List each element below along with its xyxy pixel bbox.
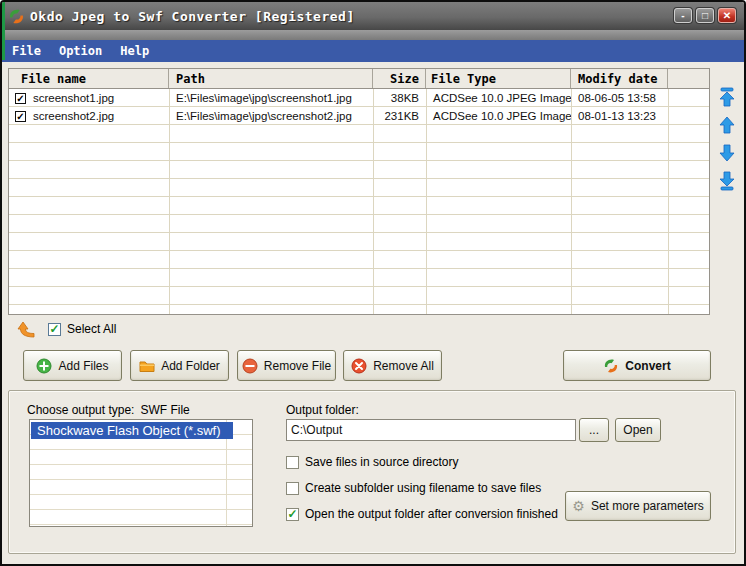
column-header-modifydate[interactable]: Modify date: [571, 69, 668, 88]
menu-file[interactable]: File: [12, 44, 41, 58]
move-up-icon[interactable]: [716, 114, 738, 136]
move-down-icon[interactable]: [716, 142, 738, 164]
add-icon: [36, 358, 52, 374]
column-header-path[interactable]: Path: [169, 69, 373, 88]
select-all-row: ✓ Select All: [16, 320, 116, 338]
cell-path: E:\Files\image\jpg\screenshot1.jpg: [169, 92, 373, 104]
remove-all-icon: [351, 358, 367, 374]
select-all-checkbox[interactable]: ✓: [48, 323, 61, 336]
table-row[interactable]: ✓ screenshot2.jpg E:\Files\image\jpg\scr…: [9, 107, 709, 125]
up-level-arrow-icon: [16, 320, 36, 338]
cell-modifydate: 08-01-13 13:23: [571, 110, 668, 122]
set-more-parameters-button[interactable]: ⚙ Set more parameters: [565, 491, 711, 521]
convert-icon: [603, 358, 619, 374]
column-header-filename[interactable]: File name: [9, 69, 169, 88]
table-header: File name Path Size File Type Modify dat…: [9, 69, 709, 89]
window-edge-accent: [2, 2, 5, 60]
save-source-checkbox[interactable]: ✓: [286, 456, 299, 469]
remove-all-button[interactable]: Remove All: [343, 350, 442, 381]
cell-size: 38KB: [373, 92, 426, 104]
cell-filename: screenshot2.jpg: [33, 110, 114, 122]
table-row[interactable]: ✓ screenshot1.jpg E:\Files\image\jpg\scr…: [9, 89, 709, 107]
column-header-filetype[interactable]: File Type: [426, 69, 571, 88]
menu-bar: File Option Help: [2, 40, 744, 62]
create-subfolder-label: Create subfolder using filename to save …: [305, 481, 541, 495]
cell-filename: screenshot1.jpg: [33, 92, 114, 104]
create-subfolder-checkbox[interactable]: ✓: [286, 482, 299, 495]
app-logo-icon: [8, 8, 25, 25]
choose-output-type-label: Choose output type:SWF File: [27, 403, 190, 417]
move-top-icon[interactable]: [716, 86, 738, 108]
select-all-label: Select All: [67, 322, 116, 336]
open-button[interactable]: Open: [615, 418, 661, 442]
reorder-arrows: [716, 86, 740, 192]
output-options-group: Choose output type:SWF File Shockwave Fl…: [8, 390, 736, 554]
maximize-button[interactable]: □: [696, 8, 714, 23]
cell-path: E:\Files\image\jpg\screenshot2.jpg: [169, 110, 373, 122]
browse-button[interactable]: ...: [579, 418, 609, 442]
add-folder-button[interactable]: Add Folder: [130, 350, 229, 381]
row-checkbox[interactable]: ✓: [15, 93, 26, 104]
remove-icon: [242, 358, 258, 374]
title-bar-strip: [2, 30, 744, 40]
app-window: Okdo Jpeg to Swf Converter [Registered] …: [0, 0, 746, 566]
remove-file-button[interactable]: Remove File: [237, 350, 336, 381]
move-bottom-icon[interactable]: [716, 170, 738, 192]
menu-help[interactable]: Help: [120, 44, 149, 58]
open-after-checkbox[interactable]: ✓: [286, 508, 299, 521]
folder-icon: [139, 358, 155, 374]
title-bar[interactable]: Okdo Jpeg to Swf Converter [Registered] …: [2, 2, 744, 30]
table-body: ✓ screenshot1.jpg E:\Files\image\jpg\scr…: [9, 89, 709, 314]
close-button[interactable]: ✕: [718, 8, 736, 23]
cell-modifydate: 08-06-05 13:58: [571, 92, 668, 104]
minimize-button[interactable]: -: [674, 8, 692, 23]
column-header-size[interactable]: Size: [373, 69, 426, 88]
output-type-value: SWF File: [140, 403, 189, 417]
save-source-checkbox-row: ✓ Save files in source directory: [286, 455, 458, 469]
gear-icon: ⚙: [572, 499, 585, 513]
output-format-list[interactable]: Shockwave Flash Object (*.swf): [29, 419, 253, 527]
file-list-table: File name Path Size File Type Modify dat…: [8, 68, 710, 315]
window-title: Okdo Jpeg to Swf Converter [Registered]: [30, 9, 355, 24]
open-after-checkbox-row: ✓ Open the output folder after conversio…: [286, 507, 558, 521]
add-files-button[interactable]: Add Files: [23, 350, 122, 381]
cell-size: 231KB: [373, 110, 426, 122]
column-header-extra: [668, 69, 709, 88]
cell-filetype: ACDSee 10.0 JPEG Image: [426, 110, 571, 122]
output-folder-input[interactable]: [286, 419, 576, 441]
open-after-label: Open the output folder after conversion …: [305, 507, 558, 521]
convert-button[interactable]: Convert: [563, 350, 711, 381]
cell-filetype: ACDSee 10.0 JPEG Image: [426, 92, 571, 104]
create-subfolder-checkbox-row: ✓ Create subfolder using filename to sav…: [286, 481, 541, 495]
format-list-item-selected[interactable]: Shockwave Flash Object (*.swf): [31, 422, 233, 439]
menu-option[interactable]: Option: [59, 44, 102, 58]
save-source-label: Save files in source directory: [305, 455, 458, 469]
row-checkbox[interactable]: ✓: [15, 111, 26, 122]
output-folder-label: Output folder:: [286, 403, 359, 417]
